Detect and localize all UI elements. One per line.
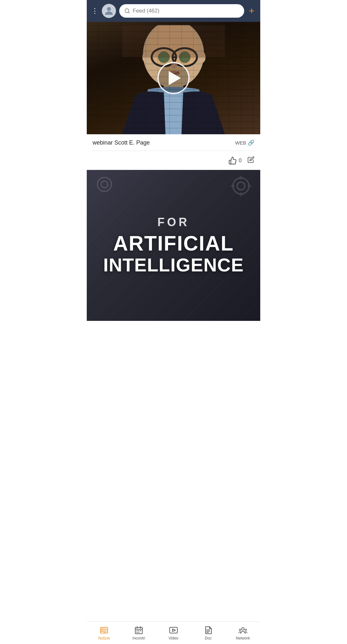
svg-rect-15 xyxy=(122,25,225,57)
search-bar[interactable] xyxy=(119,4,244,18)
link-icon: 🔗 xyxy=(248,139,254,146)
post-title-row: webinar Scott E. Page WEB 🔗 xyxy=(93,139,254,146)
web-label: WEB xyxy=(235,140,246,146)
svg-rect-18 xyxy=(240,176,242,180)
svg-rect-20 xyxy=(231,185,235,187)
gear-decoration xyxy=(228,173,254,199)
edit-icon xyxy=(247,156,254,163)
post-info: webinar Scott E. Page WEB 🔗 0 xyxy=(87,134,260,170)
video-card xyxy=(87,22,260,134)
post-title: webinar Scott E. Page xyxy=(93,139,150,146)
ai-card: FOR ARTIFICIAL INTELLIGENCE xyxy=(87,170,260,321)
intelligence-text: INTELLIGENCE xyxy=(103,255,244,275)
svg-point-16 xyxy=(233,178,249,194)
menu-dots[interactable]: ⋮ xyxy=(91,7,99,15)
edit-button[interactable] xyxy=(247,156,254,165)
like-count: 0 xyxy=(239,158,242,163)
svg-rect-21 xyxy=(247,185,251,187)
app-header: ⋮ + xyxy=(87,0,260,22)
web-link[interactable]: WEB 🔗 xyxy=(235,139,254,146)
play-icon xyxy=(169,71,181,85)
svg-point-0 xyxy=(107,7,111,11)
svg-rect-19 xyxy=(240,192,242,196)
for-text: FOR xyxy=(157,216,190,229)
avatar[interactable] xyxy=(102,4,116,18)
search-icon xyxy=(124,8,130,14)
post-divider xyxy=(93,151,254,151)
svg-point-23 xyxy=(101,181,108,188)
post-actions: 0 xyxy=(93,154,254,167)
gear-decoration-2 xyxy=(93,173,116,196)
play-button[interactable] xyxy=(157,62,190,94)
svg-point-22 xyxy=(97,177,111,191)
svg-line-2 xyxy=(128,12,129,13)
artificial-text: ARTIFICIAL xyxy=(113,232,234,255)
avatar-icon xyxy=(103,5,115,17)
add-button[interactable]: + xyxy=(247,6,256,16)
thumbs-up-icon xyxy=(228,156,237,165)
search-input[interactable] xyxy=(133,8,239,14)
svg-point-17 xyxy=(237,182,245,190)
like-button[interactable]: 0 xyxy=(228,156,242,165)
